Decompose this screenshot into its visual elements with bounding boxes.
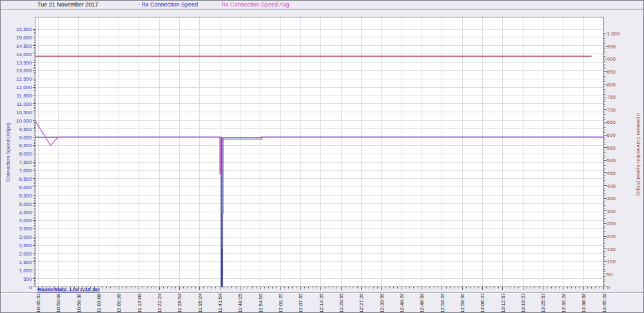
svg-text:11,500: 11,500 (17, 93, 32, 99)
svg-text:11:16:09: 11:16:09 (137, 293, 142, 313)
svg-text:13:45:28: 13:45:28 (601, 292, 607, 313)
svg-text:12:40:26: 12:40:26 (399, 292, 405, 313)
svg-text:2,500: 2,500 (19, 243, 32, 248)
svg-text:750: 750 (607, 94, 616, 100)
svg-text:9,000: 9,000 (19, 135, 32, 141)
svg-text:2,000: 2,000 (19, 251, 32, 257)
svg-text:0: 0 (607, 285, 610, 290)
svg-text:4,000: 4,000 (19, 217, 32, 223)
svg-text:4,500: 4,500 (19, 210, 32, 216)
svg-text:700: 700 (607, 107, 616, 113)
svg-text:11:41:54: 11:41:54 (217, 293, 223, 313)
svg-text:13:06:27: 13:06:27 (480, 292, 485, 313)
svg-text:10,500: 10,500 (16, 110, 32, 116)
svg-text:5,000: 5,000 (19, 201, 32, 207)
svg-text:12,500: 12,500 (16, 76, 32, 82)
svg-text:900: 900 (607, 56, 616, 62)
svg-text:12:33:56: 12:33:56 (379, 292, 385, 313)
svg-text:250: 250 (607, 221, 616, 227)
svg-text:12:27:26: 12:27:26 (358, 292, 364, 313)
svg-text:13:19:27: 13:19:27 (520, 292, 526, 313)
svg-text:850: 850 (607, 69, 616, 75)
svg-text:13,000: 13,000 (16, 68, 32, 74)
svg-text:12,000: 12,000 (16, 85, 32, 90)
svg-text:Connection Speed (Kbps): Connection Speed (Kbps) (5, 123, 11, 182)
svg-text:650: 650 (607, 119, 616, 125)
svg-text:11:54:55: 11:54:55 (258, 293, 264, 313)
svg-text:12:20:55: 12:20:55 (338, 292, 344, 313)
svg-text:0: 0 (29, 285, 32, 290)
svg-text:11:22:24: 11:22:24 (157, 293, 162, 313)
footer-divider (1, 292, 643, 294)
svg-text:15,000: 15,000 (16, 35, 32, 41)
svg-text:11:09:38: 11:09:38 (116, 293, 122, 313)
svg-text:11,000: 11,000 (17, 101, 32, 107)
svg-text:11:28:54: 11:28:54 (177, 293, 182, 313)
svg-text:450: 450 (607, 170, 616, 176)
svg-text:800: 800 (607, 82, 616, 88)
svg-text:8,000: 8,000 (19, 151, 32, 157)
svg-text:7,000: 7,000 (19, 168, 32, 174)
svg-text:8,500: 8,500 (19, 143, 32, 148)
svg-text:5,500: 5,500 (19, 193, 32, 199)
svg-text:12:14:25: 12:14:25 (318, 292, 324, 313)
svg-text:12:01:25: 12:01:25 (278, 292, 284, 313)
svg-text:1,000: 1,000 (19, 268, 32, 274)
svg-text:Upstream Connection Speed (Kbp: Upstream Connection Speed (Kbps) (636, 113, 641, 196)
svg-text:9,500: 9,500 (19, 126, 32, 132)
routerstats-window: Tue 21 November 2017 - Rx Connection Spe… (0, 0, 644, 313)
svg-text:13:25:57: 13:25:57 (540, 292, 546, 313)
svg-text:500: 500 (607, 157, 616, 163)
svg-text:300: 300 (607, 208, 616, 214)
svg-text:500: 500 (23, 276, 32, 282)
svg-text:3,500: 3,500 (19, 226, 32, 232)
svg-text:6,500: 6,500 (19, 176, 32, 182)
svg-text:600: 600 (607, 132, 616, 138)
svg-text:6,000: 6,000 (19, 185, 32, 190)
svg-text:950: 950 (607, 44, 616, 50)
svg-text:1,500: 1,500 (19, 259, 32, 265)
svg-text:12:07:55: 12:07:55 (298, 292, 304, 313)
svg-text:350: 350 (607, 196, 616, 201)
svg-text:11:35:24: 11:35:24 (197, 293, 203, 313)
svg-text:550: 550 (607, 145, 616, 151)
svg-text:10:45:53: 10:45:53 (35, 292, 41, 313)
svg-text:3,000: 3,000 (19, 234, 32, 240)
svg-text:14,000: 14,000 (16, 52, 32, 57)
svg-text:13:32:28: 13:32:28 (561, 292, 567, 313)
svg-text:7,500: 7,500 (19, 159, 32, 165)
speed-chart: 5001,0001,5002,0002,5003,0003,5004,0004,… (1, 1, 644, 313)
svg-text:12:59:56: 12:59:56 (460, 292, 465, 313)
svg-text:10:56:38: 10:56:38 (76, 292, 82, 313)
svg-text:15,500: 15,500 (16, 26, 32, 32)
svg-text:150: 150 (607, 247, 616, 252)
svg-text:13:38:58: 13:38:58 (581, 292, 587, 313)
svg-text:13,500: 13,500 (16, 60, 32, 66)
svg-text:12:46:56: 12:46:56 (419, 292, 425, 313)
svg-text:1,000: 1,000 (607, 31, 621, 37)
svg-text:400: 400 (607, 183, 616, 189)
svg-text:12:53:26: 12:53:26 (440, 292, 445, 313)
svg-text:100: 100 (607, 259, 616, 265)
svg-text:11:03:08: 11:03:08 (96, 293, 102, 313)
svg-text:10,000: 10,000 (16, 118, 32, 124)
app-version-label: RouterStats -Lite [v10.3a] (37, 287, 99, 292)
svg-text:200: 200 (607, 234, 616, 239)
svg-text:50: 50 (607, 272, 613, 278)
svg-text:13:12:57: 13:12:57 (500, 292, 506, 313)
svg-text:14,500: 14,500 (16, 43, 32, 49)
svg-text:10:50:08: 10:50:08 (55, 292, 61, 313)
svg-text:11:48:25: 11:48:25 (237, 293, 243, 313)
